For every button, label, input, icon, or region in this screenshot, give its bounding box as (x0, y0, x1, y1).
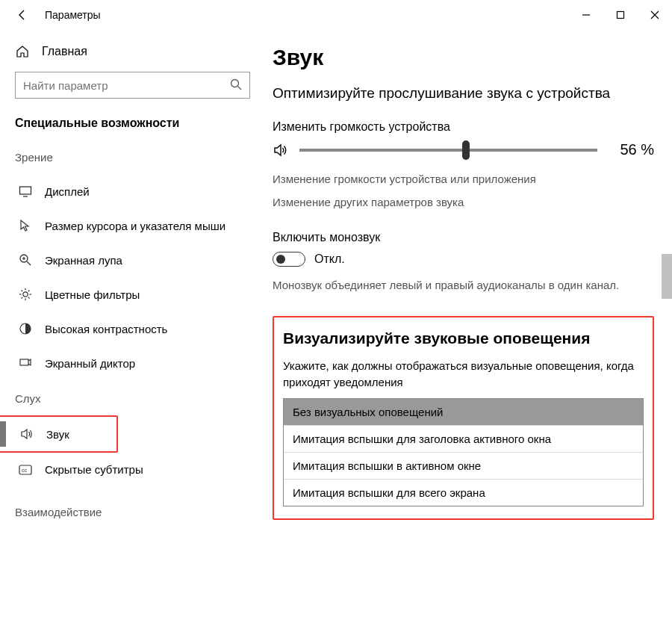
sidebar-item-label: Звук (46, 428, 69, 441)
sound-highlight-box: Звук (0, 415, 118, 453)
sidebar-item-high-contrast[interactable]: Высокая контрастность (15, 312, 250, 346)
selected-indicator (0, 421, 6, 447)
visual-alert-option[interactable]: Имитация вспышки в активном окне (284, 452, 643, 479)
svg-line-3 (238, 87, 242, 90)
slider-track (299, 149, 597, 152)
content-area: Звук Оптимизируйте прослушивание звука с… (265, 30, 672, 623)
other-sound-link[interactable]: Изменение других параметров звука (273, 196, 654, 208)
cursor-icon (18, 219, 33, 232)
visual-alert-option[interactable]: Имитация вспышки для заголовка активного… (284, 425, 643, 452)
magnifier-icon (18, 253, 33, 267)
sidebar-item-display[interactable]: Дисплей (15, 174, 250, 208)
group-label-interaction: Взаимодействие (15, 506, 250, 518)
svg-line-16 (28, 297, 30, 299)
close-button[interactable] (638, 3, 672, 27)
narrator-icon (18, 356, 33, 370)
mono-toggle-row: Откл. (273, 252, 654, 267)
group-label-hearing: Слух (15, 392, 250, 405)
svg-point-2 (231, 80, 239, 87)
volume-label: Изменить громкость устройства (273, 120, 654, 134)
scrollbar-thumb[interactable] (662, 254, 672, 299)
search-icon (229, 78, 243, 91)
home-link[interactable]: Главная (15, 45, 250, 58)
captions-icon: cc (18, 465, 33, 475)
search-input[interactable] (15, 72, 250, 99)
svg-rect-20 (20, 359, 28, 365)
sidebar-section-title: Специальные возможности (15, 117, 250, 130)
display-icon (18, 185, 33, 198)
mono-description: Монозвук объединяет левый и правый аудио… (273, 277, 631, 294)
window-controls (569, 3, 672, 27)
home-label: Главная (42, 45, 87, 58)
mono-toggle[interactable] (273, 252, 305, 267)
svg-point-10 (23, 292, 28, 297)
sidebar-item-label: Дисплей (45, 185, 90, 198)
search-box[interactable] (15, 72, 250, 99)
sidebar-item-label: Экранная лупа (45, 254, 122, 267)
sidebar-item-sound[interactable]: Звук (0, 421, 113, 447)
sound-icon (19, 427, 34, 441)
speaker-icon (273, 142, 289, 158)
sidebar-item-label: Скрытые субтитры (45, 463, 143, 476)
back-button[interactable] (12, 4, 33, 25)
visual-alert-option[interactable]: Имитация вспышки для всего экрана (284, 479, 643, 506)
sidebar-item-captions[interactable]: cc Скрытые субтитры (15, 453, 250, 486)
visual-alerts-highlight-box: Визуализируйте звуковые оповещения Укажи… (273, 316, 654, 520)
svg-rect-4 (20, 187, 31, 194)
sidebar-item-color-filters[interactable]: Цветные фильтры (15, 277, 250, 312)
mono-label: Включить монозвук (273, 231, 654, 244)
visual-alerts-listbox[interactable]: Без визуальных оповещений Имитация вспыш… (283, 398, 644, 506)
mono-state: Откл. (314, 252, 345, 266)
maximize-button[interactable] (603, 3, 638, 27)
svg-line-15 (22, 291, 23, 292)
brightness-icon (18, 288, 33, 301)
sidebar-item-magnifier[interactable]: Экранная лупа (15, 243, 250, 277)
visual-alert-option[interactable]: Без визуальных оповещений (284, 399, 643, 425)
svg-line-18 (28, 291, 30, 292)
home-icon (15, 45, 30, 58)
volume-slider[interactable] (299, 141, 597, 159)
contrast-icon (18, 322, 33, 335)
change-app-volume-link[interactable]: Изменение громкости устройства или прило… (273, 173, 654, 185)
window-title: Параметры (45, 9, 569, 21)
titlebar: Параметры (0, 0, 672, 30)
slider-thumb[interactable] (462, 140, 470, 160)
volume-value: 56 % (608, 141, 654, 158)
content-scrollbar[interactable] (662, 30, 672, 623)
page-lead: Оптимизируйте прослушивание звука с устр… (273, 84, 654, 104)
svg-text:cc: cc (22, 468, 28, 473)
sidebar-item-cursor[interactable]: Размер курсора и указателя мыши (15, 208, 250, 243)
svg-line-17 (22, 297, 23, 299)
visual-alerts-heading: Визуализируйте звуковые оповещения (283, 329, 644, 347)
svg-line-7 (27, 261, 31, 265)
toggle-knob (276, 255, 285, 264)
svg-rect-1 (617, 12, 624, 19)
sidebar-item-label: Размер курсора и указателя мыши (45, 220, 225, 232)
page-title: Звук (273, 45, 654, 70)
group-label-vision: Зрение (15, 151, 250, 164)
sidebar: Главная Специальные возможности Зрение Д… (0, 30, 265, 623)
sidebar-item-label: Цветные фильтры (45, 288, 140, 301)
sidebar-item-narrator[interactable]: Экранный диктор (15, 346, 250, 380)
sidebar-item-label: Высокая контрастность (45, 323, 167, 335)
volume-row: 56 % (273, 141, 654, 159)
minimize-button[interactable] (569, 3, 603, 27)
sidebar-item-label: Экранный диктор (45, 357, 135, 370)
visual-alerts-sub: Укажите, как должны отображаться визуаль… (283, 358, 644, 391)
